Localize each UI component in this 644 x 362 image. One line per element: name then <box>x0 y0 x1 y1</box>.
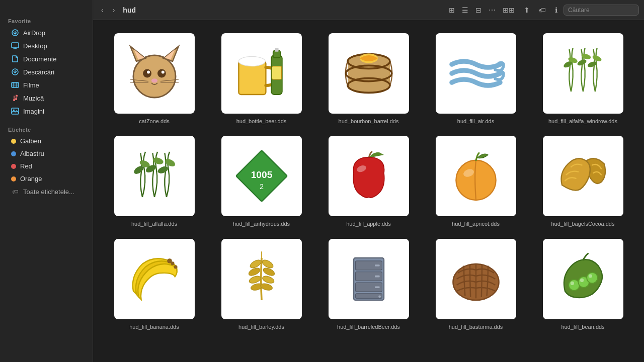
file-item-croissant[interactable]: hud_fill_bagelsCocoa.dds <box>532 133 634 230</box>
svg-point-15 <box>147 71 150 74</box>
svg-rect-74 <box>375 275 380 277</box>
svg-text:1005: 1005 <box>251 169 272 180</box>
file-item-banana[interactable]: hud_fill_banana.dds <box>103 236 205 333</box>
back-button[interactable]: ‹ <box>98 4 107 16</box>
file-name-alfalfa: hud_fill_alfalfa.dds <box>131 220 177 227</box>
albastru-dot <box>11 151 16 156</box>
svg-point-58 <box>174 265 177 268</box>
svg-point-83 <box>588 274 592 278</box>
share-button[interactable]: ⬆ <box>521 4 533 16</box>
svg-rect-72 <box>355 293 382 298</box>
file-name-barley: hud_fill_barley.dds <box>238 323 284 330</box>
file-name-apple: hud_fill_apple.dds <box>346 220 391 227</box>
file-name-alfalfa-windrow: hud_fill_alfalfa_windrow.dds <box>548 118 617 125</box>
svg-point-23 <box>238 56 265 66</box>
file-thumb-anhydrous: 1005 2 <box>221 136 302 216</box>
file-name-beer: hud_bottle_beer.dds <box>236 118 287 125</box>
toolbar-title: hud <box>123 6 136 14</box>
svg-point-78 <box>569 280 580 291</box>
sidebar-item-toate[interactable]: 🏷 Toate etichetele... <box>3 186 90 198</box>
main-area: ‹ › hud ⊞ ☰ ⊟ ⋯ ⊞⊞ ⬆ 🏷 ℹ <box>93 0 644 362</box>
imagini-icon <box>11 107 19 115</box>
file-grid: catZone.dds hud_bot <box>93 20 644 362</box>
sidebar-item-documente[interactable]: Documente <box>3 53 90 65</box>
svg-point-57 <box>171 261 174 265</box>
sidebar-item-orange[interactable]: Orange <box>3 173 90 185</box>
sidebar-item-red[interactable]: Red <box>3 160 90 172</box>
column-view-button[interactable]: ⊟ <box>472 4 485 16</box>
svg-point-37 <box>371 56 373 59</box>
svg-point-4 <box>13 99 15 101</box>
file-name-bean: hud_fill_bean.dds <box>561 323 604 330</box>
list-view-button[interactable]: ☰ <box>459 4 471 16</box>
file-item-bean[interactable]: hud_fill_bean.dds <box>532 236 634 333</box>
red-dot <box>11 164 16 169</box>
svg-point-80 <box>587 272 598 283</box>
sidebar-item-documente-label: Documente <box>23 55 56 63</box>
file-item-barrel[interactable]: hud_bourbon_barrel.dds <box>317 30 420 128</box>
favorites-section-label: Favorite <box>0 15 93 26</box>
sidebar-item-muzica-label: Muzică <box>23 95 44 102</box>
svg-point-81 <box>570 281 574 285</box>
file-thumb-alfalfa <box>114 136 195 216</box>
sidebar-item-descarcari-label: Descărcări <box>23 68 54 76</box>
sidebar-item-orange-label: Orange <box>20 175 42 183</box>
file-name-air: hud_fill_air.dds <box>457 118 494 125</box>
file-item-beer[interactable]: hud_bottle_beer.dds <box>210 30 312 128</box>
file-item-apricot[interactable]: hud_fill_apricot.dds <box>425 133 527 230</box>
svg-rect-1 <box>12 43 19 48</box>
forward-button[interactable]: › <box>110 4 118 16</box>
file-item-alfalfa-windrow[interactable]: hud_fill_alfalfa_windrow.dds <box>532 30 634 128</box>
file-thumb-beer <box>221 33 302 114</box>
file-thumb-apple <box>329 136 409 216</box>
sidebar-item-muzica[interactable]: Muzică <box>3 92 90 104</box>
tag-button[interactable]: 🏷 <box>536 4 549 16</box>
svg-point-65 <box>261 275 275 284</box>
file-item-barreledbeer[interactable]: hud_fill_barreledBeer.dds <box>317 236 420 333</box>
documente-icon <box>11 55 19 63</box>
sidebar-item-albastru[interactable]: Albastru <box>3 148 90 159</box>
file-item-anhydrous[interactable]: 1005 2 hud_fill_anhydrous.dds <box>210 133 312 230</box>
sidebar-item-airdrop[interactable]: AirDrop <box>3 27 90 39</box>
tags-section-label: Etichete <box>0 124 93 135</box>
file-name-anhydrous: hud_fill_anhydrous.dds <box>233 220 290 227</box>
svg-point-43 <box>591 54 602 63</box>
svg-text:2: 2 <box>259 183 263 191</box>
file-name-apricot: hud_fill_apricot.dds <box>452 220 500 227</box>
file-name-barrel: hud_bourbon_barrel.dds <box>339 118 399 125</box>
svg-point-17 <box>151 78 157 82</box>
info-button[interactable]: ℹ <box>552 4 560 16</box>
toolbar: ‹ › hud ⊞ ☰ ⊟ ⋯ ⊞⊞ ⬆ 🏷 ℹ <box>93 0 644 20</box>
sidebar-item-imagini-label: Imagini <box>23 108 44 115</box>
svg-rect-73 <box>375 264 380 266</box>
sidebar-item-descarcari[interactable]: Descărcări <box>3 66 90 78</box>
svg-point-48 <box>156 165 169 175</box>
file-item-air[interactable]: hud_fill_air.dds <box>425 30 527 128</box>
file-name-catzone: catZone.dds <box>139 118 170 125</box>
file-item-apple[interactable]: hud_fill_apple.dds <box>317 133 420 230</box>
file-item-catzone[interactable]: catZone.dds <box>103 30 205 128</box>
sidebar-item-imagini[interactable]: Imagini <box>3 105 90 117</box>
sidebar-item-galben[interactable]: Galben <box>3 135 90 147</box>
file-thumb-catzone <box>114 33 195 114</box>
sidebar-item-airdrop-label: AirDrop <box>23 29 45 37</box>
file-item-alfalfa[interactable]: hud_fill_alfalfa.dds <box>103 133 205 230</box>
sidebar-item-desktop[interactable]: Desktop <box>3 40 90 52</box>
svg-point-14 <box>157 69 166 78</box>
file-thumb-barreledbeer <box>329 239 409 319</box>
svg-rect-26 <box>275 48 278 52</box>
sidebar-item-filme-label: Filme <box>23 81 39 89</box>
sidebar-item-toate-label: Toate etichetele... <box>23 188 74 196</box>
galben-dot <box>11 139 16 144</box>
group-button[interactable]: ⊞⊞ <box>500 4 518 16</box>
file-name-basturma: hud_fill_basturma.dds <box>449 323 503 330</box>
file-item-basturma[interactable]: hud_fill_basturma.dds <box>425 236 527 333</box>
sidebar-item-filme[interactable]: Filme <box>3 79 90 91</box>
descarcari-icon <box>11 68 19 76</box>
file-item-barley[interactable]: hud_fill_barley.dds <box>210 236 312 333</box>
icon-view-button[interactable]: ⊞ <box>446 4 458 16</box>
svg-point-60 <box>248 266 261 277</box>
search-input[interactable] <box>564 5 639 16</box>
file-thumb-basturma <box>436 239 516 319</box>
gallery-view-button[interactable]: ⋯ <box>486 4 499 16</box>
